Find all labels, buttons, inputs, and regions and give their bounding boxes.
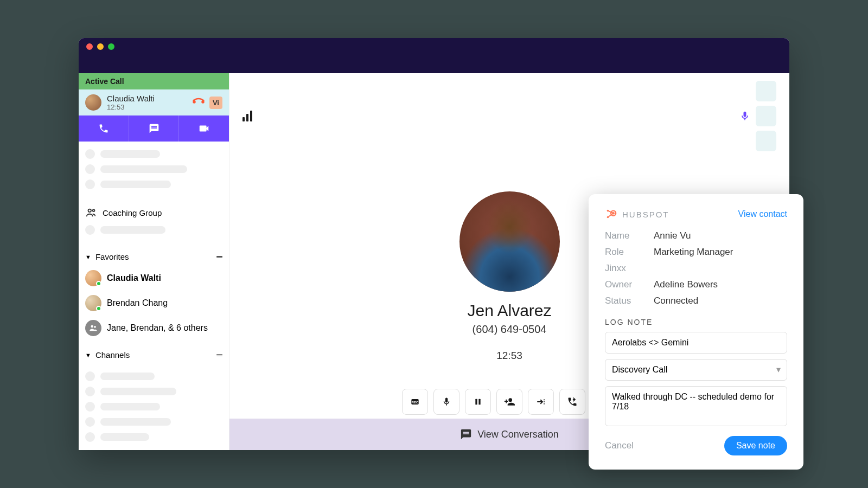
communication-tabs <box>79 115 229 142</box>
transfer-button[interactable] <box>528 389 554 415</box>
crm-field-value: Adeline Bowers <box>654 279 718 290</box>
svg-point-4 <box>91 325 94 328</box>
cancel-button[interactable]: Cancel <box>605 440 634 451</box>
favorite-name: Jane, Brendan, & 6 others <box>107 323 208 333</box>
message-tab[interactable] <box>129 115 179 142</box>
call-type-select[interactable] <box>605 359 787 381</box>
call-duration: 12:53 <box>107 103 187 111</box>
coaching-icon <box>85 207 97 219</box>
crm-field-label: Role <box>605 247 654 258</box>
svg-point-2 <box>88 209 92 213</box>
message-icon <box>149 123 159 134</box>
svg-rect-8 <box>475 399 477 405</box>
channels-header[interactable]: ▼Channels ═ <box>79 346 229 364</box>
group-avatar <box>85 320 101 336</box>
favorites-label: Favorites <box>95 252 129 261</box>
caret-down-icon: ▼ <box>85 254 91 260</box>
integration-button[interactable] <box>756 81 776 101</box>
svg-text:REC: REC <box>412 401 419 404</box>
phone-tab[interactable] <box>79 115 129 142</box>
phone-icon <box>98 123 109 134</box>
group-icon <box>88 323 98 333</box>
maximize-window-button[interactable] <box>108 43 114 50</box>
call-timer: 12:53 <box>496 350 522 362</box>
hubspot-icon <box>605 208 617 220</box>
mute-button[interactable] <box>433 389 459 415</box>
svg-point-1 <box>202 101 203 103</box>
caller-name: Claudia Walti <box>107 94 187 103</box>
forward-button[interactable] <box>559 389 585 415</box>
signal-strength-icon <box>242 111 252 121</box>
transfer-icon[interactable] <box>192 96 205 109</box>
hold-button[interactable] <box>465 389 491 415</box>
record-button[interactable]: REC <box>402 389 428 415</box>
note-body-textarea[interactable] <box>605 386 787 426</box>
crm-field-value: Annie Vu <box>654 230 691 241</box>
coaching-group-item[interactable]: Coaching Group <box>79 202 229 223</box>
topbar <box>229 73 789 159</box>
presence-indicator <box>96 306 101 311</box>
vi-badge: Vi <box>209 97 222 109</box>
favorites-header[interactable]: ▼Favorites ═ <box>79 248 229 266</box>
crm-field-label: Name <box>605 230 654 241</box>
svg-point-3 <box>93 210 95 212</box>
microphone-icon[interactable] <box>739 110 750 123</box>
integration-button[interactable] <box>756 131 776 151</box>
coaching-skeleton <box>79 223 229 248</box>
view-contact-link[interactable]: View contact <box>738 209 787 219</box>
favorite-group-item[interactable]: Jane, Brendan, & 6 others <box>79 316 229 341</box>
presence-indicator <box>96 281 101 286</box>
avatar <box>85 94 101 111</box>
video-tab[interactable] <box>178 115 229 142</box>
favorite-name: Claudia Walti <box>107 273 161 283</box>
svg-rect-9 <box>478 399 480 405</box>
channels-skeleton <box>79 364 229 455</box>
avatar <box>85 295 101 311</box>
svg-point-0 <box>193 101 195 103</box>
crm-field-label: Owner <box>605 279 654 290</box>
crm-brand-label: HUBSPOT <box>622 210 669 219</box>
crm-field-value: Connected <box>654 296 698 306</box>
close-window-button[interactable] <box>86 43 93 50</box>
drag-handle-icon[interactable]: ═ <box>216 252 222 261</box>
favorite-item[interactable]: Claudia Walti <box>79 266 229 291</box>
favorite-item[interactable]: Brendan Chang <box>79 291 229 316</box>
svg-point-5 <box>94 326 96 328</box>
integration-button[interactable] <box>756 106 776 126</box>
crm-panel: HUBSPOT View contact NameAnnie Vu RoleMa… <box>589 194 803 470</box>
active-call-card[interactable]: Claudia Walti 12:53 Vi <box>79 89 229 115</box>
call-controls: REC <box>402 389 617 415</box>
chat-icon <box>460 428 472 440</box>
caller-name: Jen Alvarez <box>467 301 551 320</box>
caller-avatar <box>459 191 560 292</box>
window-titlebar <box>79 38 789 73</box>
caret-down-icon: ▼ <box>85 352 91 358</box>
active-call-banner: Active Call <box>79 73 229 89</box>
coaching-group-label: Coaching Group <box>103 208 162 217</box>
channels-label: Channels <box>95 350 130 359</box>
sidebar: Active Call Claudia Walti 12:53 Vi <box>79 73 229 450</box>
view-conversation-label: View Conversation <box>477 429 559 440</box>
video-icon <box>198 123 210 134</box>
minimize-window-button[interactable] <box>97 43 104 50</box>
crm-field-value: Marketing Manager <box>654 247 733 258</box>
caller-phone: (604) 649-0504 <box>473 323 547 336</box>
log-note-header: LOG NOTE <box>605 318 787 326</box>
recent-skeleton <box>79 142 229 202</box>
favorite-name: Brendan Chang <box>107 298 168 308</box>
crm-field-label: Status <box>605 296 654 306</box>
note-subject-input[interactable] <box>605 332 787 354</box>
save-note-button[interactable]: Save note <box>724 436 787 455</box>
drag-handle-icon[interactable]: ═ <box>216 350 222 359</box>
crm-company: Jinxx <box>605 263 654 274</box>
add-participant-button[interactable] <box>496 389 522 415</box>
avatar <box>85 270 101 286</box>
svg-point-10 <box>508 398 512 402</box>
